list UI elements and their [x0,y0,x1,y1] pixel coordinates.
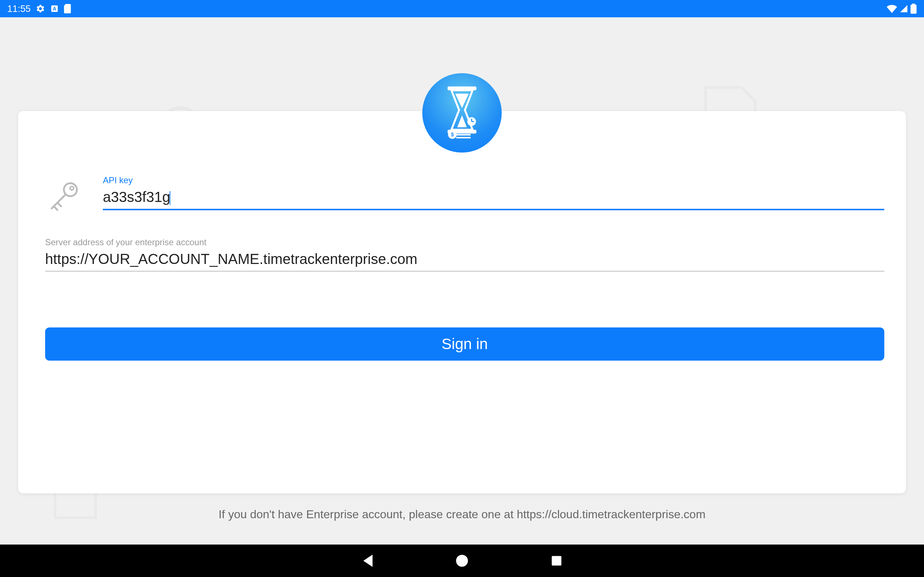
server-value: https://YOUR_ACCOUNT_NAME.timetrackenter… [45,251,417,267]
svg-text:A: A [53,6,56,11]
svg-point-24 [456,555,468,567]
status-bar: 11:55 A [0,0,924,17]
back-button[interactable] [360,553,375,568]
gear-icon [36,4,45,13]
app-logo: $ [422,73,502,153]
recents-button[interactable] [549,553,564,568]
footer-text: If you don't have Enterprise account, pl… [0,508,924,521]
content-area: API key a33s3f31g Server address of your… [0,17,924,545]
signin-card: API key a33s3f31g Server address of your… [18,111,906,493]
signin-button[interactable]: Sign in [45,327,884,361]
navigation-bar [0,545,924,577]
svg-rect-2 [911,5,917,14]
svg-point-11 [70,187,74,190]
server-row: Server address of your enterprise accoun… [45,237,884,272]
api-key-label: API key [103,175,884,185]
language-icon: A [50,4,59,13]
api-key-input[interactable]: a33s3f31g [103,187,884,210]
svg-text:$: $ [451,132,454,137]
status-time: 11:55 [7,3,31,15]
svg-line-13 [54,206,57,210]
status-right [887,3,917,14]
svg-rect-25 [552,556,562,566]
svg-rect-22 [456,134,471,135]
wifi-icon [887,4,897,13]
home-button[interactable] [454,553,470,568]
svg-line-14 [57,203,61,206]
signin-button-label: Sign in [441,335,488,352]
key-icon [45,179,81,215]
svg-rect-3 [912,3,915,5]
server-input[interactable]: https://YOUR_ACCOUNT_NAME.timetrackenter… [45,250,884,272]
sd-card-icon [64,4,72,13]
api-key-field-wrap: API key a33s3f31g [103,175,884,210]
api-key-row: API key a33s3f31g [45,175,884,215]
status-left: 11:55 A [7,3,72,15]
api-key-value: a33s3f31g [103,189,170,205]
signal-icon [900,4,908,13]
battery-icon [910,3,917,14]
text-cursor [170,191,170,205]
svg-rect-23 [456,137,471,139]
server-label: Server address of your enterprise accoun… [45,237,884,247]
